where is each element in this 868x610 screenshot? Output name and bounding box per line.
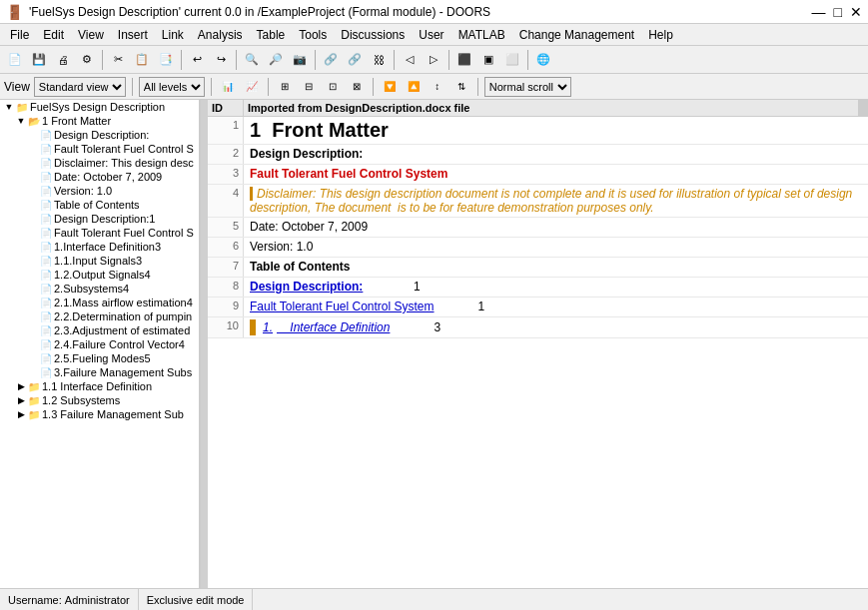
tree-item-fail-ctrl4[interactable]: 📄 2.4.Failure Control Vector4 — [0, 337, 199, 351]
menu-help[interactable]: Help — [642, 26, 679, 44]
doc-row-3[interactable]: 3 Fault Tolerant Fuel Control System — [208, 165, 868, 185]
filter1-btn[interactable]: ⬛ — [453, 49, 475, 71]
tree-panel[interactable]: ▼ 📁 FuelSys Design Description ▼ 📂 1 Fro… — [0, 100, 200, 588]
menu-matlab[interactable]: MATLAB — [452, 26, 511, 44]
toc-design-desc-link[interactable]: Design Description: — [250, 280, 363, 294]
close-button[interactable]: ✕ — [850, 4, 862, 20]
sort2-btn[interactable]: ⇅ — [451, 77, 471, 97]
link3-btn[interactable]: ⛓ — [368, 49, 390, 71]
paste-btn[interactable]: 📑 — [155, 49, 177, 71]
row-content-8[interactable]: Design Description: 1 — [244, 278, 868, 297]
toc-iface-link[interactable]: Interface Definition — [277, 320, 390, 334]
menu-change-mgmt[interactable]: Change Management — [513, 26, 640, 44]
row-content-1[interactable]: 1 Front Matter — [244, 117, 868, 144]
tree-item-iface-def-exp[interactable]: ▶ 📁 1.1 Interface Definition — [0, 379, 199, 393]
toggle-subsystems-exp[interactable]: ▶ — [16, 395, 26, 405]
row-content-7[interactable]: Table of Contents — [244, 258, 868, 277]
tree-item-version[interactable]: 📄 Version: 1.0 — [0, 184, 199, 198]
col-resize-handle[interactable] — [858, 100, 868, 116]
tree-item-design-desc[interactable]: 📄 Design Description: — [0, 128, 199, 142]
snapshot-btn[interactable]: 📷 — [289, 49, 311, 71]
toggle-root[interactable]: ▼ — [4, 102, 14, 112]
settings-btn[interactable]: ⚙ — [76, 49, 98, 71]
level-select[interactable]: All levels — [139, 77, 205, 97]
doc-row-6[interactable]: 6 Version: 1.0 — [208, 238, 868, 258]
minimize-button[interactable]: — — [812, 4, 826, 20]
tree-item-mass-air4[interactable]: 📄 2.1.Mass airflow estimation4 — [0, 296, 199, 309]
expand4-btn[interactable]: ⊠ — [347, 77, 367, 97]
menu-discussions[interactable]: Discussions — [335, 26, 411, 44]
expand2-btn[interactable]: ⊟ — [299, 77, 319, 97]
filter3-btn[interactable]: ⬜ — [501, 49, 523, 71]
arrow2-btn[interactable]: ▷ — [423, 49, 444, 71]
redo-btn[interactable]: ↪ — [210, 49, 232, 71]
row-content-9[interactable]: Fault Tolerant Fuel Control System 1 — [244, 298, 868, 316]
menu-insert[interactable]: Insert — [112, 26, 154, 44]
menu-link[interactable]: Link — [156, 26, 190, 44]
scroll-select[interactable]: Normal scroll — [484, 77, 571, 97]
tree-item-fail-mgmt[interactable]: 📄 3.Failure Management Subs — [0, 365, 199, 379]
copy-btn[interactable]: 📋 — [131, 49, 153, 71]
tree-item-date[interactable]: 📄 Date: October 7, 2009 — [0, 170, 199, 184]
toggle-iface-def-exp[interactable]: ▶ — [16, 381, 26, 391]
tree-item-output-sig4[interactable]: 📄 1.2.Output Signals4 — [0, 268, 199, 282]
filter-off-btn[interactable]: 🔼 — [404, 77, 424, 97]
row-content-2[interactable]: Design Description: — [244, 145, 868, 164]
doc-row-7[interactable]: 7 Table of Contents — [208, 258, 868, 278]
tree-item-fault-tol[interactable]: 📄 Fault Tolerant Fuel Control S — [0, 142, 199, 156]
tree-item-fail-mgmt-exp[interactable]: ▶ 📁 1.3 Failure Management Sub — [0, 407, 199, 421]
globe-btn[interactable]: 🌐 — [532, 49, 554, 71]
filter-on-btn[interactable]: 🔽 — [380, 77, 400, 97]
link2-btn[interactable]: 🔗 — [344, 49, 366, 71]
find-btn[interactable]: 🔍 — [241, 49, 263, 71]
row-content-10[interactable]: 1. Interface Definition 3 — [244, 317, 868, 337]
tree-item-subsystems-exp[interactable]: ▶ 📁 1.2 Subsystems — [0, 393, 199, 407]
view-select[interactable]: Standard view — [34, 77, 126, 97]
toggle-1[interactable]: ▼ — [16, 116, 26, 126]
tree-item-iface-def3[interactable]: 📄 1.Interface Definition3 — [0, 240, 199, 254]
save-btn[interactable]: 💾 — [28, 49, 50, 71]
tree-item-toc[interactable]: 📄 Table of Contents — [0, 198, 199, 212]
doc-row-9[interactable]: 9 Fault Tolerant Fuel Control System 1 — [208, 298, 868, 317]
menu-tools[interactable]: Tools — [293, 26, 333, 44]
tree-item-adj-est[interactable]: 📄 2.3.Adjustment of estimated — [0, 323, 199, 337]
zoom-btn[interactable]: 🔎 — [265, 49, 287, 71]
tree-item-fault-tol-2[interactable]: 📄 Fault Tolerant Fuel Control S — [0, 226, 199, 240]
tree-item-fuel-modes5[interactable]: 📄 2.5.Fueling Modes5 — [0, 351, 199, 365]
menu-table[interactable]: Table — [251, 26, 292, 44]
toc-fault-tol-link[interactable]: Fault Tolerant Fuel Control System — [250, 300, 434, 313]
arrow1-btn[interactable]: ◁ — [399, 49, 421, 71]
undo-btn[interactable]: ↩ — [186, 49, 208, 71]
menu-view[interactable]: View — [72, 26, 110, 44]
doc-row-1[interactable]: 1 1 Front Matter — [208, 117, 868, 145]
tree-item-input-sig3[interactable]: 📄 1.1.Input Signals3 — [0, 254, 199, 268]
doc-panel[interactable]: ID Imported from DesignDescription.docx … — [208, 100, 868, 588]
filter2-btn[interactable]: ▣ — [477, 49, 499, 71]
tree-item-design-desc-1[interactable]: 📄 Design Description:1 — [0, 212, 199, 226]
tree-item-1[interactable]: ▼ 📂 1 Front Matter — [0, 114, 199, 128]
panel-resize-handle[interactable] — [200, 100, 208, 588]
row-content-3[interactable]: Fault Tolerant Fuel Control System — [244, 165, 868, 184]
expand-btn[interactable]: ⊞ — [275, 77, 295, 97]
tree-item-det-pump[interactable]: 📄 2.2.Determination of pumpin — [0, 309, 199, 323]
menu-file[interactable]: File — [4, 26, 35, 44]
tree-item-subsystems4[interactable]: 📄 2.Subsystems4 — [0, 282, 199, 296]
new-btn[interactable]: 📄 — [4, 49, 26, 71]
toggle-fail-mgmt-exp[interactable]: ▶ — [16, 409, 26, 419]
row-content-6[interactable]: Version: 1.0 — [244, 238, 868, 257]
doc-row-5[interactable]: 5 Date: October 7, 2009 — [208, 218, 868, 238]
window-controls[interactable]: — □ ✕ — [812, 4, 862, 20]
sort-btn[interactable]: ↕ — [428, 77, 447, 97]
link1-btn[interactable]: 🔗 — [320, 49, 342, 71]
menu-edit[interactable]: Edit — [37, 26, 70, 44]
doc-row-8[interactable]: 8 Design Description: 1 — [208, 278, 868, 298]
doc-row-2[interactable]: 2 Design Description: — [208, 145, 868, 165]
menu-analysis[interactable]: Analysis — [192, 26, 249, 44]
maximize-button[interactable]: □ — [834, 4, 842, 20]
chart-btn[interactable]: 📊 — [218, 77, 238, 97]
tree-item-disclaimer[interactable]: 📄 Disclaimer: This design desc — [0, 156, 199, 170]
chart2-btn[interactable]: 📈 — [242, 77, 262, 97]
doc-row-4[interactable]: 4 Disclaimer: This design description do… — [208, 185, 868, 218]
row-content-4[interactable]: Disclaimer: This design description docu… — [244, 185, 868, 217]
cut-btn[interactable]: ✂ — [107, 49, 129, 71]
